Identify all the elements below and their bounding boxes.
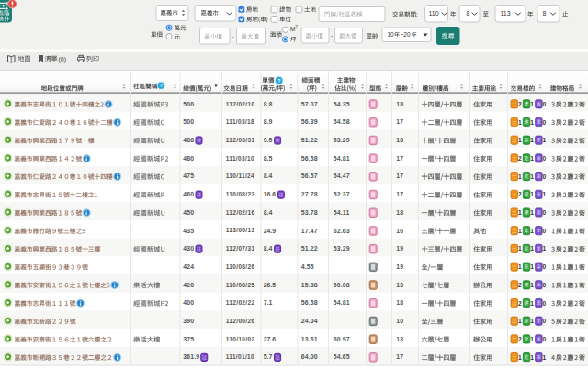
- svg-text:18: 18: [396, 299, 403, 306]
- svg-text:50.08: 50.08: [334, 282, 350, 288]
- svg-text:1: 1: [530, 101, 534, 107]
- svg-text:24.04: 24.04: [301, 318, 318, 324]
- svg-text:56.39: 56.39: [301, 118, 318, 125]
- svg-text:1: 1: [530, 137, 534, 143]
- svg-text:1: 1: [543, 191, 547, 197]
- svg-text:2: 2: [518, 191, 522, 197]
- svg-text:17: 17: [396, 353, 403, 360]
- svg-text:10: 10: [396, 318, 403, 324]
- svg-text:8.4: 8.4: [264, 173, 273, 179]
- svg-text:64.00: 64.00: [301, 353, 318, 360]
- svg-text:8.4: 8.4: [264, 209, 273, 216]
- svg-text:51.22: 51.22: [301, 137, 318, 143]
- svg-text:15.88: 15.88: [301, 282, 318, 288]
- svg-text:460: 460: [183, 191, 194, 197]
- svg-text:5.7: 5.7: [264, 353, 273, 360]
- svg-text:0: 0: [543, 173, 547, 180]
- svg-text:112/07/31: 112/07/31: [226, 245, 255, 252]
- svg-text:54.81: 54.81: [334, 299, 350, 306]
- svg-text:54.58: 54.58: [334, 118, 350, 125]
- svg-text:13.61: 13.61: [301, 336, 318, 342]
- svg-text:112/02/16: 112/02/16: [226, 209, 255, 216]
- svg-text:420: 420: [183, 282, 194, 288]
- svg-text:361.9: 361.9: [183, 353, 199, 360]
- svg-text:0: 0: [543, 263, 547, 270]
- svg-text:113/06/13: 113/06/13: [226, 227, 255, 233]
- svg-text:1: 1: [518, 209, 522, 216]
- svg-text:110/08/23: 110/08/23: [226, 191, 255, 197]
- svg-text:54.81: 54.81: [334, 155, 350, 162]
- svg-text:390: 390: [183, 318, 194, 324]
- svg-text:13: 13: [396, 282, 403, 288]
- svg-text:1: 1: [530, 209, 534, 216]
- svg-text:26.5: 26.5: [264, 282, 277, 288]
- svg-text:1: 1: [530, 173, 534, 180]
- svg-text:111/03/18: 111/03/18: [226, 118, 254, 125]
- svg-text:1: 1: [518, 318, 522, 324]
- svg-text:16: 16: [396, 228, 403, 234]
- svg-text:53.29: 53.29: [334, 245, 350, 252]
- svg-text:1: 1: [530, 282, 534, 288]
- svg-text:1: 1: [530, 119, 534, 126]
- svg-text:16.6: 16.6: [264, 191, 277, 197]
- svg-text:1: 1: [518, 354, 522, 361]
- svg-text:435: 435: [183, 228, 194, 234]
- svg-text:400: 400: [183, 299, 194, 306]
- svg-text:10: 10: [388, 31, 395, 38]
- svg-text:52.37: 52.37: [334, 191, 350, 197]
- svg-text:8.4: 8.4: [264, 245, 273, 252]
- svg-text:1: 1: [530, 191, 534, 197]
- svg-text:4.55: 4.55: [301, 263, 314, 270]
- svg-text:0: 0: [543, 155, 547, 162]
- svg-text:9.5: 9.5: [264, 137, 273, 143]
- svg-text:(0): (0): [59, 56, 67, 63]
- svg-text:0: 0: [543, 300, 547, 307]
- svg-text:1: 1: [530, 336, 534, 342]
- svg-text:54.47: 54.47: [334, 173, 350, 179]
- svg-text:1: 1: [530, 228, 534, 234]
- svg-text:1: 1: [530, 263, 534, 270]
- svg-text:24.9: 24.9: [264, 228, 277, 234]
- svg-text:0: 0: [543, 282, 547, 288]
- svg-text:1: 1: [543, 245, 547, 252]
- svg-text:1: 1: [543, 137, 547, 143]
- svg-text:60.97: 60.97: [334, 336, 350, 342]
- svg-text:8: 8: [543, 10, 547, 17]
- svg-text:500: 500: [183, 101, 194, 107]
- svg-text:110/08/26: 110/08/26: [226, 263, 255, 270]
- svg-text:19: 19: [396, 245, 403, 252]
- svg-text:0: 0: [543, 318, 547, 324]
- svg-text:110/10/02: 110/10/02: [226, 336, 255, 342]
- svg-text:7.1: 7.1: [264, 299, 273, 306]
- svg-text:17: 17: [396, 191, 403, 197]
- svg-text:19: 19: [396, 263, 403, 270]
- svg-text:17: 17: [396, 173, 403, 179]
- svg-text:500: 500: [183, 118, 194, 125]
- svg-text:112/06/26: 112/06/26: [226, 318, 255, 324]
- svg-text:54.35: 54.35: [334, 101, 350, 107]
- svg-text:1: 1: [518, 119, 522, 126]
- svg-text:2: 2: [518, 101, 522, 107]
- svg-text:54.11: 54.11: [334, 209, 350, 216]
- svg-text:27.78: 27.78: [301, 191, 318, 197]
- svg-text:430: 430: [183, 245, 194, 252]
- svg-text:13: 13: [396, 336, 403, 342]
- svg-text:57.07: 57.07: [301, 101, 318, 107]
- svg-text:0: 0: [543, 101, 547, 107]
- svg-text:2: 2: [518, 155, 522, 162]
- svg-text:56.58: 56.58: [301, 299, 318, 306]
- svg-text:111/03/10: 111/03/10: [226, 155, 254, 162]
- svg-text:0: 0: [543, 228, 547, 234]
- svg-text:113: 113: [501, 10, 511, 17]
- svg-text:1: 1: [530, 245, 534, 252]
- svg-text:17.47: 17.47: [301, 228, 318, 234]
- svg-text:424: 424: [183, 263, 194, 270]
- svg-text:54.65: 54.65: [334, 353, 350, 360]
- svg-text:1: 1: [530, 318, 534, 324]
- svg-text:2: 2: [518, 300, 522, 307]
- svg-text:8: 8: [467, 10, 470, 17]
- svg-text:17: 17: [396, 155, 403, 162]
- svg-text:?: ?: [159, 83, 163, 88]
- svg-text:17: 17: [396, 118, 403, 125]
- svg-text:0: 0: [543, 209, 547, 216]
